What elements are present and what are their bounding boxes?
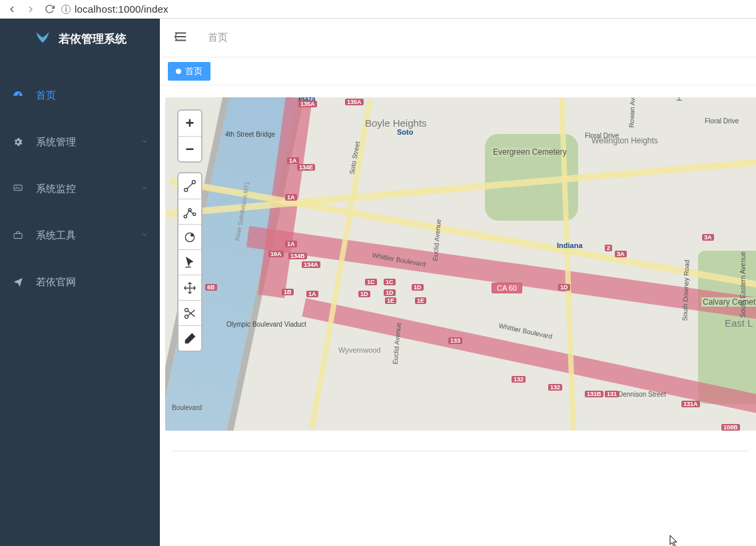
- forward-button[interactable]: [24, 3, 37, 16]
- map-label-boulevard: Boulevard: [172, 404, 202, 411]
- sidebar: 若依管理系统 首页 系统管理: [0, 19, 160, 546]
- tabbar: 首页: [160, 57, 756, 85]
- hwy-shield: 134A: [302, 261, 320, 268]
- address-bar[interactable]: i localhost:1000/index: [61, 3, 751, 15]
- sidebar-nav: 首页 系统管理 系统监控: [0, 59, 160, 305]
- svg-point-14: [185, 308, 189, 311]
- chevron-down-icon: [141, 137, 148, 147]
- map-canvas[interactable]: Boyle Heights Wellington Heights Evergre…: [165, 97, 756, 431]
- map-container[interactable]: Boyle Heights Wellington Heights Evergre…: [165, 97, 756, 431]
- select-pointer-tool[interactable]: [179, 249, 201, 275]
- zoom-control: + −: [177, 109, 202, 163]
- draw-line-tool[interactable]: [179, 173, 201, 199]
- map-label-hazard-ave: Hazard Avenue: [676, 97, 683, 101]
- zoom-in-button[interactable]: +: [179, 111, 201, 136]
- map-label-rowan-ave: Rowan Avenue: [628, 97, 637, 128]
- paper-plane-icon: [12, 277, 24, 287]
- hwy-shield: 1A: [285, 194, 297, 201]
- hwy-shield: 3A: [615, 251, 627, 257]
- logo-icon: [33, 28, 52, 49]
- hwy-shield: 1D: [358, 291, 370, 297]
- hwy-shield: 132: [548, 384, 562, 391]
- toggle-sidebar-button[interactable]: [173, 29, 188, 47]
- svg-line-15: [189, 311, 195, 316]
- move-tool[interactable]: [179, 275, 201, 300]
- gear-icon: [12, 137, 24, 147]
- draw-polyline-tool[interactable]: [179, 199, 201, 224]
- svg-rect-3: [14, 233, 22, 238]
- map-label-dennison-street: Dennison Street: [618, 391, 666, 398]
- toolbox-icon: [12, 230, 24, 241]
- map-label-east-l: East L: [725, 317, 753, 329]
- sidebar-item-label: 首页: [36, 89, 148, 102]
- hwy-shield: 1A: [287, 157, 299, 164]
- hwy-shield: 132: [512, 376, 526, 383]
- hwy-shield: 1E: [415, 297, 426, 304]
- hwy-shield: 3A: [702, 234, 714, 241]
- station-indiana: Indiana: [557, 241, 583, 249]
- map-label-4th-st-bridge: 4th Street Bridge: [225, 131, 265, 138]
- station-soto: Soto: [397, 128, 413, 136]
- logo-row[interactable]: 若依管理系统: [0, 19, 160, 59]
- hwy-shield: 134E: [297, 164, 315, 171]
- content-area: Boyle Heights Wellington Heights Evergre…: [160, 85, 756, 546]
- hwy-shield: 131B: [585, 391, 603, 397]
- chevron-down-icon: [141, 231, 148, 240]
- map-label-whittier-blvd: Whittier Boulevard: [498, 322, 553, 341]
- draw-toolbar: [177, 172, 202, 352]
- cut-tool[interactable]: [179, 300, 201, 325]
- refresh-button[interactable]: [43, 3, 56, 16]
- hwy-shield: 1E: [385, 297, 396, 304]
- divider: [172, 451, 749, 451]
- draw-circle-tool[interactable]: [179, 224, 201, 249]
- hwy-shield: 131: [605, 391, 619, 397]
- main-content: 首页 首页: [160, 19, 756, 546]
- topbar: 首页: [160, 19, 756, 57]
- sidebar-item-system-monitor[interactable]: 系统监控: [0, 165, 160, 212]
- sidebar-item-system-management[interactable]: 系统管理: [0, 119, 160, 165]
- zoom-out-button[interactable]: −: [179, 136, 201, 161]
- sidebar-item-label: 系统监控: [36, 183, 129, 195]
- hwy-shield: 1B: [282, 289, 294, 295]
- sidebar-item-system-tools[interactable]: 系统工具: [0, 212, 160, 259]
- hwy-shield: 1A: [306, 291, 318, 297]
- browser-toolbar: i localhost:1000/index: [0, 0, 756, 19]
- hwy-shield: 108B: [721, 424, 740, 431]
- svg-point-13: [185, 315, 189, 318]
- svg-point-11: [191, 234, 193, 236]
- monitor-icon: [12, 183, 24, 194]
- sidebar-item-home[interactable]: 首页: [0, 72, 160, 119]
- svg-rect-2: [14, 185, 22, 191]
- app-title: 若依管理系统: [59, 31, 127, 47]
- hwy-shield: 1D: [412, 284, 424, 291]
- map-label-floral-drive: Floral Drive: [705, 117, 739, 125]
- hwy-shield: 134B: [288, 253, 307, 259]
- hwy-shield: 1C: [384, 279, 396, 285]
- dashboard-icon: [12, 89, 24, 101]
- hwy-shield: 135A: [345, 99, 364, 105]
- breadcrumb: 首页: [208, 31, 228, 44]
- tab-home[interactable]: 首页: [168, 62, 210, 81]
- site-info-icon[interactable]: i: [61, 5, 71, 14]
- svg-point-7: [184, 215, 187, 217]
- hwy-shield: 1C: [365, 279, 377, 285]
- hwy-shield: 16A: [268, 251, 284, 257]
- svg-line-6: [187, 183, 192, 189]
- map-label-boyle-heights: Boyle Heights: [365, 117, 427, 129]
- tab-active-dot: [176, 69, 181, 74]
- svg-line-16: [189, 310, 195, 315]
- hwy-shield: 131A: [681, 401, 700, 407]
- map-label-olympic-blvd: Olympic Boulevard Viaduct: [226, 321, 273, 328]
- sidebar-item-label: 若依官网: [36, 276, 148, 289]
- mouse-cursor: [669, 535, 679, 546]
- hwy-shield: 135A: [298, 101, 317, 107]
- hwy-shield: 2: [605, 245, 612, 251]
- sidebar-item-official-site[interactable]: 若依官网: [0, 259, 160, 305]
- map-label-floral-drive: Floral Drive: [585, 132, 619, 139]
- hwy-shield: 6B: [205, 284, 217, 291]
- map-label-calvary-cemetery: Calvary Cemetery: [701, 297, 756, 307]
- erase-tool[interactable]: [179, 325, 201, 351]
- map-label-wyvernwood: Wyvernwood: [338, 346, 380, 354]
- back-button[interactable]: [5, 3, 19, 16]
- route-pill-ca60: CA 60: [492, 283, 522, 293]
